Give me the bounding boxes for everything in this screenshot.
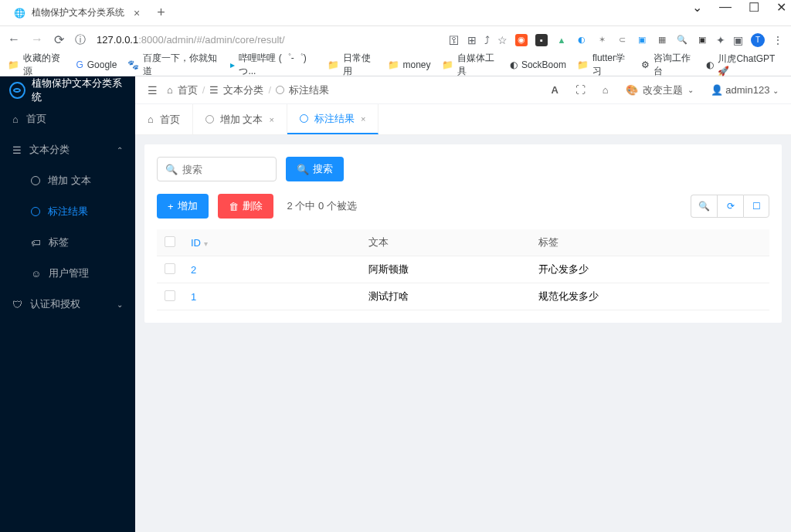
- columns-button[interactable]: ☐: [743, 195, 769, 218]
- row-checkbox[interactable]: [165, 290, 175, 301]
- minimize-button[interactable]: ―: [719, 0, 732, 15]
- back-button[interactable]: ←: [8, 32, 20, 47]
- crumb-classify[interactable]: 文本分类: [223, 83, 263, 97]
- sidebar-item-auth[interactable]: 🛡 认证和授权 ⌄: [0, 289, 135, 320]
- close-window-button[interactable]: ✕: [776, 0, 786, 15]
- globe-icon: 🌐: [14, 8, 25, 19]
- sort-icon[interactable]: ▾: [204, 239, 208, 248]
- palette-icon: 🎨: [626, 84, 638, 96]
- bookmark-item[interactable]: ◐SockBoom: [510, 59, 566, 70]
- col-header-text: 文本: [361, 229, 531, 256]
- add-button[interactable]: + 增加: [157, 194, 209, 219]
- bookmark-item[interactable]: 📁flutter学习: [577, 52, 630, 78]
- top-bar: ☰ ⌂ 首页 / ☰ 文本分类 / 标注结果 A ⛶ ⌂ 🎨 改变主题 ⌄: [135, 76, 791, 103]
- reload-button[interactable]: ⟳: [54, 32, 64, 47]
- theme-switcher[interactable]: 🎨 改变主题 ⌄: [626, 83, 694, 97]
- home-icon: ⌂: [12, 114, 19, 125]
- search-input[interactable]: 🔍: [157, 157, 277, 181]
- chevron-down-icon: ⌄: [117, 300, 123, 309]
- search-button[interactable]: 🔍 搜索: [286, 157, 344, 181]
- profile-avatar[interactable]: T: [751, 33, 765, 47]
- home-icon[interactable]: ⌂: [603, 84, 609, 96]
- fullscreen-icon[interactable]: ⛶: [575, 84, 586, 96]
- results-table: ID▾ 文本 标签 2 阿斯顿撒 开心发多少 1 测试打啥 规范化发多少: [157, 229, 769, 310]
- extension-icon[interactable]: ◐: [575, 34, 588, 46]
- menu-toggle-icon[interactable]: ☰: [148, 84, 158, 97]
- new-tab-button[interactable]: +: [157, 5, 165, 21]
- bookmark-item[interactable]: 📁日常使用: [328, 52, 376, 78]
- row-text: 阿斯顿撒: [361, 256, 531, 283]
- maximize-button[interactable]: ☐: [749, 0, 759, 15]
- refresh-button[interactable]: ⟳: [717, 195, 743, 218]
- tab-close-button[interactable]: ×: [361, 114, 365, 124]
- bookmark-item[interactable]: 🐾百度一下，你就知道: [127, 52, 219, 78]
- row-checkbox[interactable]: [165, 263, 175, 274]
- font-icon[interactable]: A: [551, 84, 558, 96]
- browser-menu-icon[interactable]: ⋮: [772, 34, 783, 46]
- app-logo[interactable]: 植物保护文本分类系统: [0, 76, 135, 103]
- bookmark-item[interactable]: 📁money: [388, 59, 431, 70]
- sidebar-item-annotate-result[interactable]: 标注结果: [0, 196, 135, 227]
- delete-button[interactable]: 🗑 删除: [218, 194, 273, 219]
- tab-annotate-result[interactable]: 标注结果 ×: [287, 104, 379, 134]
- extension-icon[interactable]: ✶: [596, 34, 608, 46]
- sidebar-item-home[interactable]: ⌂ 首页: [0, 103, 135, 134]
- app-title: 植物保护文本分类系统: [32, 76, 126, 104]
- share-icon[interactable]: ⤴: [484, 34, 490, 46]
- home-icon: ⌂: [148, 114, 154, 125]
- row-id-link[interactable]: 1: [191, 291, 196, 303]
- extensions-menu-icon[interactable]: ✦: [716, 34, 725, 46]
- bookmark-item[interactable]: GGoogle: [76, 59, 117, 70]
- sidebar-item-tags[interactable]: 🏷 标签: [0, 227, 135, 258]
- extension-icon[interactable]: 🔍: [676, 34, 688, 46]
- search-toggle-button[interactable]: 🔍: [691, 195, 717, 218]
- translate-icon[interactable]: ⊞: [467, 34, 477, 46]
- tab-add-text[interactable]: 增加 文本 ×: [193, 104, 287, 134]
- extension-icon[interactable]: ▣: [636, 34, 648, 46]
- browser-tab[interactable]: 🌐 植物保护文本分类系统 ×: [5, 1, 152, 25]
- site-info-icon[interactable]: ⓘ: [75, 33, 86, 47]
- sidebar-item-text-classify[interactable]: ☰ 文本分类 ⌃: [0, 134, 135, 165]
- list-icon: ☰: [12, 144, 22, 156]
- sidebar-item-add-text[interactable]: 增加 文本: [0, 165, 135, 196]
- extension-icon[interactable]: ◉: [515, 34, 528, 46]
- bookmark-item[interactable]: ▸哔哩哔哩 (゜-゜)つ...: [230, 52, 317, 78]
- browser-extensions: ⚿ ⊞ ⤴ ☆ ◉ ▪ ▲ ◐ ✶ ⊂ ▣ ▦ 🔍 ▣ ✦ ▣ T ⋮: [449, 33, 783, 47]
- tab-home[interactable]: ⌂ 首页: [135, 104, 193, 134]
- bookmark-item[interactable]: ⚙咨询工作台: [641, 52, 696, 78]
- bookmark-item[interactable]: 📁收藏的资源: [8, 52, 65, 78]
- plus-icon: +: [168, 201, 174, 212]
- tab-close-button[interactable]: ×: [269, 115, 273, 124]
- address-input[interactable]: 127.0.0.1:8000/admin/#/admin/core/result…: [97, 34, 438, 46]
- circle-icon: [31, 176, 40, 185]
- sidebar-item-user-manage[interactable]: ☺ 用户管理: [0, 258, 135, 289]
- browser-address-bar: ← → ⟳ ⓘ 127.0.0.1:8000/admin/#/admin/cor…: [0, 26, 791, 53]
- crumb-home[interactable]: 首页: [178, 83, 198, 97]
- selection-count: 2 个中 0 个被选: [287, 199, 357, 213]
- crumb-result[interactable]: 标注结果: [289, 83, 329, 97]
- extension-icon[interactable]: ⊂: [616, 34, 628, 46]
- home-icon: ⌂: [167, 84, 173, 96]
- tab-close-button[interactable]: ×: [131, 7, 143, 19]
- user-menu[interactable]: 👤 admin123 ⌄: [711, 84, 779, 96]
- extension-icon[interactable]: ▪: [535, 34, 548, 46]
- star-icon[interactable]: ☆: [497, 34, 508, 46]
- bookmark-item[interactable]: ◐川虎ChatGPT 🚀: [706, 53, 783, 76]
- col-header-id[interactable]: ID: [191, 237, 201, 249]
- extension-icon[interactable]: ▦: [656, 34, 668, 46]
- chevron-down-icon[interactable]: ⌄: [692, 0, 702, 15]
- page-tabs: ⌂ 首页 增加 文本 × 标注结果 ×: [135, 104, 791, 135]
- forward-button[interactable]: →: [31, 32, 43, 47]
- bookmark-item[interactable]: 📁自媒体工具: [442, 52, 499, 78]
- row-id-link[interactable]: 2: [191, 264, 196, 276]
- select-all-checkbox[interactable]: [165, 236, 175, 247]
- content-card: 🔍 🔍 搜索 + 增加 🗑 删除: [144, 144, 782, 323]
- row-tag: 规范化发多少: [531, 283, 769, 310]
- extension-icon[interactable]: ▣: [696, 34, 708, 46]
- extension-icon[interactable]: ▣: [733, 34, 743, 46]
- search-icon: 🔍: [297, 164, 309, 175]
- sidebar: 植物保护文本分类系统 ⌂ 首页 ☰ 文本分类 ⌃ 增加 文本 标注结果 🏷 标签…: [0, 76, 135, 532]
- vue-icon[interactable]: ▲: [555, 34, 568, 46]
- bookmark-bar: 📁收藏的资源 GGoogle 🐾百度一下，你就知道 ▸哔哩哔哩 (゜-゜)つ..…: [0, 53, 791, 76]
- key-icon[interactable]: ⚿: [449, 34, 460, 46]
